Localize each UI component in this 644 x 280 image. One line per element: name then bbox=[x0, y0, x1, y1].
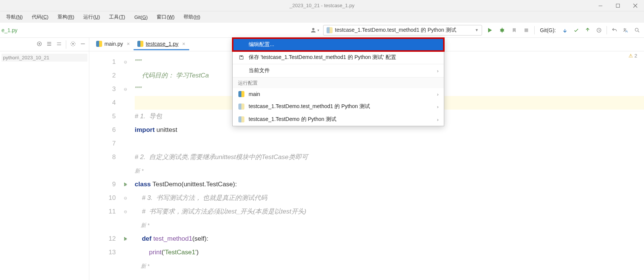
code-line[interactable]: def test_method1(self): bbox=[135, 232, 644, 246]
fold-marker[interactable]: ⊖ bbox=[120, 82, 131, 96]
line-number: 9 bbox=[89, 178, 116, 191]
project-toolbar bbox=[0, 38, 89, 51]
editor-tab-main.py[interactable]: main.py× bbox=[92, 39, 134, 50]
fold-marker[interactable] bbox=[120, 96, 131, 110]
run-config-item[interactable]: testcase_1.TestDemo.test_method1 的 Pytho… bbox=[233, 100, 444, 113]
fold-marker[interactable] bbox=[120, 69, 131, 82]
line-number bbox=[89, 259, 116, 273]
fold-marker[interactable]: ⊖ bbox=[120, 205, 131, 218]
fold-marker[interactable]: ⊖ bbox=[120, 55, 131, 69]
python-icon bbox=[137, 41, 143, 47]
line-number: 2 bbox=[89, 69, 116, 82]
fold-marker[interactable] bbox=[120, 123, 131, 137]
chevron-down-icon: ▼ bbox=[475, 28, 479, 32]
chevron-right-icon: › bbox=[437, 68, 439, 74]
code-line[interactable]: # 2. 自定义测试类,需要继承unittest模块中的TestCase类即可 bbox=[135, 150, 644, 164]
python-icon bbox=[96, 41, 102, 47]
close-tab-icon[interactable]: × bbox=[127, 41, 130, 47]
fold-marker[interactable] bbox=[120, 246, 131, 259]
settings-gear-icon[interactable] bbox=[70, 41, 76, 48]
git-push-icon[interactable] bbox=[584, 26, 591, 34]
line-number: 10 bbox=[89, 191, 116, 205]
rollback-icon[interactable] bbox=[611, 26, 618, 34]
current-file-item[interactable]: 当前文件 › bbox=[233, 64, 444, 77]
svg-point-2 bbox=[312, 28, 314, 30]
project-tree[interactable]: python\_2023_10_21 bbox=[0, 51, 89, 64]
fold-marker[interactable] bbox=[120, 218, 131, 232]
fold-marker[interactable] bbox=[120, 164, 131, 178]
menu-工具[interactable]: 工具(T) bbox=[105, 12, 129, 22]
maximize-button[interactable] bbox=[609, 0, 627, 11]
code-line[interactable]: # 书写要求，测试方法必须以test_开头(本质是以test开头) bbox=[135, 205, 644, 218]
search-icon[interactable] bbox=[633, 26, 641, 34]
fold-marker[interactable]: ⊖ bbox=[120, 191, 131, 205]
code-line[interactable] bbox=[135, 137, 644, 150]
code-line[interactable]: 新 * bbox=[135, 164, 644, 178]
dd-item-label: 编辑配置... bbox=[249, 41, 439, 48]
breadcrumb-current-file[interactable]: e_1.py bbox=[0, 27, 17, 33]
close-tab-icon[interactable]: × bbox=[182, 41, 185, 47]
svg-text:A: A bbox=[625, 29, 628, 33]
git-commit-icon[interactable] bbox=[572, 26, 580, 34]
menu-代码[interactable]: 代码(C) bbox=[28, 12, 52, 22]
line-number: 8 bbox=[89, 150, 116, 164]
toolbar-separator bbox=[66, 40, 66, 49]
line-number: 7 bbox=[89, 137, 116, 150]
svg-point-11 bbox=[72, 43, 74, 45]
minimize-button[interactable] bbox=[592, 0, 609, 11]
run-config-label: testcase_1.TestDemo.test_method1 的 Pytho… bbox=[335, 27, 473, 34]
menu-运行[interactable]: 运行(U) bbox=[79, 12, 104, 22]
chevron-right-icon: › bbox=[437, 91, 439, 97]
stop-button[interactable] bbox=[522, 26, 530, 34]
dd-item-label: testcase_1.TestDemo 的 Python 测试 bbox=[249, 116, 433, 123]
line-number: 4 bbox=[89, 96, 116, 110]
svg-rect-13 bbox=[241, 56, 243, 57]
svg-rect-4 bbox=[524, 28, 528, 32]
expand-all-icon[interactable] bbox=[46, 41, 52, 48]
line-number: 12 bbox=[89, 232, 116, 246]
git-history-icon[interactable] bbox=[595, 26, 603, 34]
inspection-warnings-badge[interactable]: ⚠ 2 bbox=[628, 53, 637, 59]
edit-configurations-item[interactable]: 编辑配置... bbox=[233, 38, 444, 51]
fold-marker[interactable] bbox=[120, 259, 131, 273]
fold-marker[interactable]: ⊖ bbox=[120, 232, 131, 246]
close-button[interactable] bbox=[627, 0, 644, 11]
fold-marker[interactable] bbox=[120, 137, 131, 150]
fold-marker[interactable]: ⊖ bbox=[120, 178, 131, 191]
svg-rect-0 bbox=[599, 6, 602, 6]
fold-marker[interactable] bbox=[120, 150, 131, 164]
editor-tab-testcase_1.py[interactable]: testcase_1.py× bbox=[134, 39, 189, 50]
run-with-coverage-button[interactable] bbox=[510, 26, 518, 34]
code-line[interactable]: 新 * bbox=[135, 218, 644, 232]
dd-item-label: 当前文件 bbox=[249, 67, 433, 74]
line-number: 13 bbox=[89, 246, 116, 259]
translate-icon[interactable]: 文A bbox=[622, 26, 630, 34]
run-configuration-selector[interactable]: testcase_1.TestDemo.test_method1 的 Pytho… bbox=[323, 25, 482, 36]
collapse-all-icon[interactable] bbox=[56, 41, 62, 48]
tab-label: testcase_1.py bbox=[146, 41, 178, 47]
project-tree-path[interactable]: python\_2023_10_21 bbox=[2, 54, 87, 62]
debug-button[interactable] bbox=[498, 26, 506, 34]
code-line[interactable]: # 3. 书写测试方法， 也就是真正的测试代码 bbox=[135, 191, 644, 205]
git-update-icon[interactable] bbox=[561, 26, 569, 34]
line-number: 11 bbox=[89, 205, 116, 218]
menu-帮助[interactable]: 帮助(H) bbox=[180, 12, 204, 22]
toolbar-separator bbox=[607, 26, 607, 34]
code-line[interactable]: 新 * bbox=[135, 259, 644, 273]
dd-section-header: 运行配置 bbox=[233, 77, 444, 88]
menu-Git[interactable]: Git(G) bbox=[131, 13, 151, 22]
run-config-item[interactable]: testcase_1.TestDemo 的 Python 测试› bbox=[233, 113, 444, 126]
fold-marker[interactable] bbox=[120, 110, 131, 123]
hide-panel-icon[interactable] bbox=[80, 41, 86, 48]
save-configuration-item[interactable]: 保存 'testcase_1.TestDemo.test_method1 的 P… bbox=[233, 51, 444, 64]
run-button[interactable] bbox=[486, 26, 494, 34]
menu-导航[interactable]: 导航(N) bbox=[2, 12, 26, 22]
user-icon[interactable]: ▾ bbox=[310, 27, 319, 34]
code-line[interactable]: class TestDemo(unittest.TestCase): bbox=[135, 178, 644, 191]
code-line[interactable]: print('TestCase1') bbox=[135, 246, 644, 259]
select-opened-file-icon[interactable] bbox=[36, 41, 42, 48]
menu-窗口[interactable]: 窗口(W) bbox=[153, 12, 178, 22]
menu-重构[interactable]: 重构(R) bbox=[54, 12, 78, 22]
run-config-item[interactable]: main› bbox=[233, 88, 444, 100]
git-label: Git(G): bbox=[540, 27, 556, 33]
